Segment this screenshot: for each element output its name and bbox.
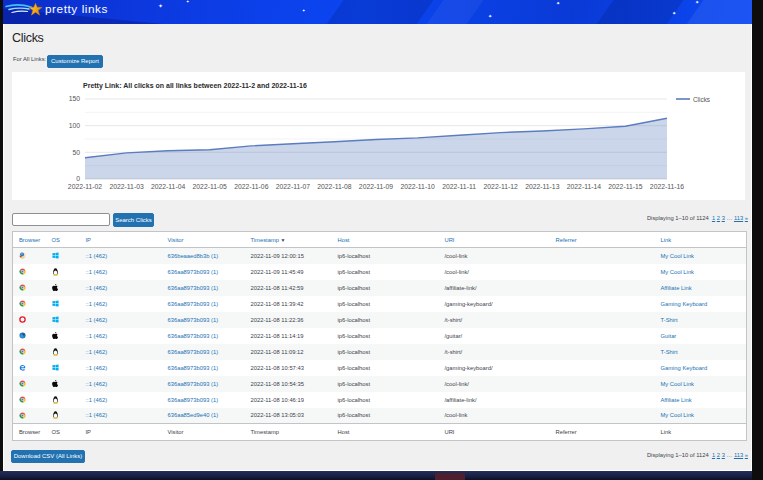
- svg-text:2022-11-03: 2022-11-03: [109, 183, 143, 190]
- svg-text:100: 100: [69, 122, 81, 129]
- svg-text:2022-11-12: 2022-11-12: [484, 183, 518, 190]
- svg-text:Pretty Link: All clicks on all: Pretty Link: All clicks on all links bet…: [83, 82, 307, 90]
- svg-text:2022-11-06: 2022-11-06: [234, 183, 268, 190]
- svg-text:2022-11-07: 2022-11-07: [276, 183, 310, 190]
- svg-text:150: 150: [69, 95, 81, 102]
- svg-text:2022-11-13: 2022-11-13: [525, 183, 559, 190]
- svg-text:2022-11-02: 2022-11-02: [68, 183, 102, 190]
- svg-text:50: 50: [72, 149, 80, 156]
- svg-text:2022-11-10: 2022-11-10: [400, 183, 434, 190]
- svg-text:2022-11-14: 2022-11-14: [567, 183, 601, 190]
- svg-text:2022-11-04: 2022-11-04: [151, 183, 185, 190]
- svg-text:2022-11-05: 2022-11-05: [193, 183, 227, 190]
- svg-text:2022-11-15: 2022-11-15: [608, 183, 642, 190]
- svg-text:2022-11-09: 2022-11-09: [359, 183, 393, 190]
- svg-text:2022-11-11: 2022-11-11: [442, 183, 476, 190]
- svg-text:Clicks: Clicks: [693, 96, 710, 103]
- svg-text:2022-11-08: 2022-11-08: [317, 183, 351, 190]
- svg-text:0: 0: [76, 175, 80, 182]
- svg-text:2022-11-16: 2022-11-16: [650, 183, 684, 190]
